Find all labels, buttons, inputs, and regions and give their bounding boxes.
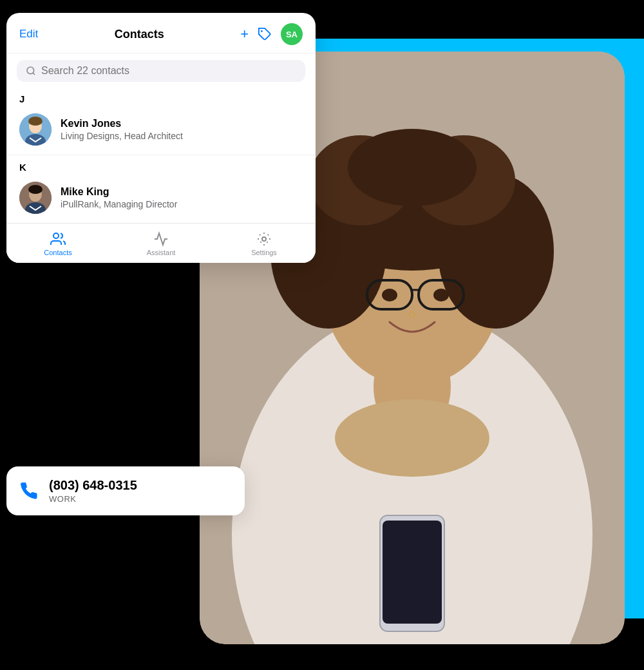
avatar-kevin-jones [19, 113, 52, 146]
bottom-navigation: Contacts Assistant Settings [6, 223, 316, 263]
nav-contacts-label: Contacts [44, 249, 71, 256]
contact-name: Mike King [61, 186, 177, 198]
search-input[interactable] [41, 65, 296, 77]
phone-number-card: (803) 648-0315 WORK [6, 466, 245, 515]
section-header-k: K [6, 158, 316, 175]
nav-contacts[interactable]: Contacts [6, 229, 109, 259]
svg-point-15 [433, 289, 449, 302]
svg-line-21 [33, 73, 35, 75]
search-icon [26, 66, 36, 76]
svg-point-25 [28, 117, 43, 126]
nav-settings-label: Settings [251, 249, 277, 256]
nav-assistant-label: Assistant [147, 249, 176, 256]
phone-number-info: (803) 648-0315 WORK [49, 478, 137, 504]
svg-rect-18 [383, 521, 442, 624]
contact-list: J Kevin Jones Living Designs, Head Archi… [6, 90, 316, 223]
contacts-icon [50, 231, 66, 247]
svg-point-14 [382, 289, 397, 302]
contacts-phone-card: Edit Contacts + SA J [6, 13, 316, 263]
header-title: Contacts [115, 28, 164, 41]
phone-type: WORK [49, 494, 137, 504]
tag-icon[interactable] [258, 27, 272, 41]
phone-icon [19, 481, 39, 501]
contact-info-mike-king: Mike King iPullRank, Managing Director [61, 186, 177, 209]
contact-row-mike-king[interactable]: Mike King iPullRank, Managing Director [6, 175, 316, 220]
avatar-mike-king [19, 182, 52, 214]
assistant-icon [153, 231, 169, 247]
search-bar[interactable] [17, 60, 305, 82]
contacts-header: Edit Contacts + SA [6, 13, 316, 53]
settings-icon [256, 231, 272, 247]
contact-detail: iPullRank, Managing Director [61, 199, 177, 209]
section-header-j: J [6, 90, 316, 107]
contact-detail: Living Designs, Head Architect [61, 131, 183, 141]
svg-point-30 [53, 233, 59, 238]
svg-point-10 [348, 129, 477, 206]
edit-button[interactable]: Edit [19, 28, 38, 41]
contact-name: Kevin Jones [61, 118, 183, 129]
contact-info-kevin-jones: Kevin Jones Living Designs, Head Archite… [61, 118, 183, 141]
divider [6, 155, 316, 155]
phone-number: (803) 648-0315 [49, 478, 137, 493]
contact-row-kevin-jones[interactable]: Kevin Jones Living Designs, Head Archite… [6, 107, 316, 152]
add-contact-button[interactable]: + [240, 26, 249, 43]
svg-point-3 [335, 399, 489, 477]
nav-settings[interactable]: Settings [213, 229, 316, 259]
header-icons: + SA [240, 23, 303, 45]
svg-point-31 [262, 237, 266, 241]
svg-point-20 [27, 67, 34, 74]
svg-point-29 [28, 185, 43, 194]
user-avatar[interactable]: SA [281, 23, 303, 45]
nav-assistant[interactable]: Assistant [109, 229, 213, 259]
